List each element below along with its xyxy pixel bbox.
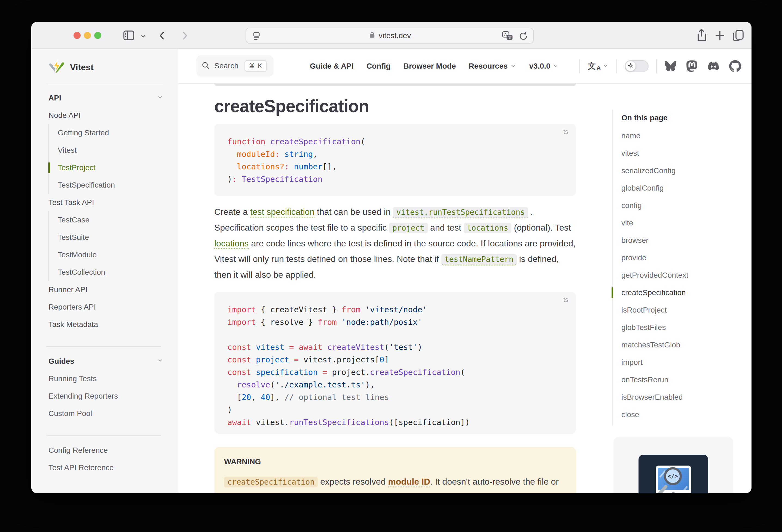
share-icon[interactable] (695, 28, 709, 43)
outline-item-createspecification[interactable]: createSpecification (621, 284, 741, 302)
reload-icon[interactable] (518, 31, 529, 43)
outline-item-vite[interactable]: vite (621, 214, 741, 232)
sidebar-chevron-icon[interactable] (140, 33, 147, 40)
sponsor-image: </> (639, 455, 708, 493)
sidebar-item-testproject[interactable]: TestProject (58, 159, 164, 176)
github-icon[interactable] (729, 60, 741, 72)
back-button-icon[interactable] (156, 29, 169, 42)
language-menu[interactable]: 文A (588, 61, 609, 72)
forward-button-icon (178, 29, 191, 42)
chevron-down-icon (553, 62, 559, 71)
outline-item-name[interactable]: name (621, 127, 741, 145)
outline-item-globtestfiles[interactable]: globTestFiles (621, 319, 741, 336)
code-block-signature[interactable]: ts function createSpecification( moduleI… (214, 124, 576, 196)
outline-item-serializedconfig[interactable]: serializedConfig (621, 162, 741, 179)
previous-code-block-edge (214, 83, 576, 86)
site-title[interactable]: Vitest (70, 62, 94, 72)
outline-divider (612, 110, 613, 426)
sidebar-item-runner-api[interactable]: Runner API (48, 281, 164, 298)
bluesky-icon[interactable] (664, 61, 677, 72)
outline-item-globalconfig[interactable]: globalConfig (621, 179, 741, 197)
search-button[interactable]: Search ⌘ K (196, 55, 274, 76)
sun-icon (627, 62, 634, 70)
inline-code-link[interactable]: testNamePattern (441, 254, 517, 265)
discord-icon[interactable] (707, 61, 720, 72)
translate-icon[interactable]: A 文 (502, 31, 513, 43)
nav-link-guide-api[interactable]: Guide & API (310, 62, 354, 71)
sidebar-group: TestCaseTestSuiteTestModuleTestCollectio… (48, 211, 164, 281)
sidebar-item-test-task-api[interactable]: Test Task API (48, 194, 164, 211)
sidebar-item-config-reference[interactable]: Config Reference (48, 441, 164, 459)
outline-item-import[interactable]: import (621, 354, 741, 371)
address-bar[interactable]: vitest.dev A 文 (246, 28, 534, 43)
outline-item-close[interactable]: close (621, 406, 741, 423)
text-run: (optional). Test (511, 223, 571, 233)
search-shortcut-kbd: ⌘ K (245, 60, 267, 72)
sidebar-item-test-api-reference[interactable]: Test API Reference (48, 459, 164, 476)
vitest-logo[interactable]: Vitest (48, 59, 94, 76)
outline-item-browser[interactable]: browser (621, 232, 741, 249)
outline-item-config[interactable]: config (621, 197, 741, 214)
sponsor-card[interactable]: </> (613, 437, 733, 493)
theme-toggle[interactable] (625, 60, 648, 72)
sidebar-item-running-tests[interactable]: Running Tests (48, 370, 164, 387)
translate-icon-a: A (596, 65, 601, 72)
sidebar-item-task-metadata[interactable]: Task Metadata (48, 316, 164, 333)
browser-toolbar: vitest.dev A 文 (31, 22, 751, 49)
inline-code: locations (464, 223, 511, 233)
nav-link-browser-mode[interactable]: Browser Mode (403, 62, 456, 71)
tab-overview-icon[interactable] (731, 28, 745, 42)
outline-item-getprovidedcontext[interactable]: getProvidedContext (621, 267, 741, 284)
text-run: Create a (214, 207, 250, 217)
mastodon-icon[interactable] (686, 60, 698, 72)
outline-item-ontestsrerun[interactable]: onTestsRerun (621, 371, 741, 389)
lock-icon (368, 31, 376, 41)
nav-link-v3-0-0[interactable]: v3.0.0 (529, 61, 559, 71)
outline-item-provide[interactable]: provide (621, 249, 741, 267)
outline-item-vitest[interactable]: vitest (621, 145, 741, 162)
new-tab-icon[interactable] (713, 29, 726, 42)
code-block-example[interactable]: ts import { createVitest } from 'vitest/… (214, 292, 576, 434)
outline-items: namevitestserializedConfigglobalConfigco… (621, 127, 741, 423)
close-window-button[interactable] (73, 32, 81, 39)
chevron-down-icon (157, 94, 164, 102)
sidebar-item-custom-pool[interactable]: Custom Pool (48, 405, 164, 422)
site-navbar: Search ⌘ K Guide & APIConfigBrowser Mode… (178, 49, 751, 83)
outline-item-isbrowserenabled[interactable]: isBrowserEnabled (621, 389, 741, 406)
sidebar-item-testcase[interactable]: TestCase (58, 211, 164, 229)
code-lang-badge: ts (563, 128, 568, 136)
inline-link[interactable]: module ID (388, 477, 430, 487)
nav-link-resources[interactable]: Resources (469, 61, 516, 71)
doc-sidebar: Vitest APINode APIGetting StartedVitestT… (31, 49, 178, 493)
outline-item-matchestestglob[interactable]: matchesTestGlob (621, 336, 741, 354)
code-example: import { createVitest } from 'vitest/nod… (214, 292, 576, 429)
nav-links: Guide & APIConfigBrowser ModeResourcesv3… (310, 49, 741, 83)
sidebar-item-reporters-api[interactable]: Reporters API (48, 298, 164, 316)
inline-link[interactable]: test specification (250, 207, 315, 217)
sidebar-group: Getting StartedVitestTestProjectTestSpec… (48, 124, 164, 194)
text-run: and test (428, 223, 464, 233)
nav-link-config[interactable]: Config (366, 62, 391, 71)
sidebar-item-node-api[interactable]: Node API (48, 107, 164, 124)
zoom-window-button[interactable] (94, 32, 101, 39)
warning-title: WARNING (224, 457, 566, 466)
sidebar-item-extending-reporters[interactable]: Extending Reporters (48, 387, 164, 405)
sidebar-item-testmodule[interactable]: TestModule (58, 246, 164, 263)
sidebar-section-api[interactable]: API (48, 89, 164, 107)
sidebar-section-guides[interactable]: Guides (48, 353, 164, 370)
sidebar-item-vitest[interactable]: Vitest (58, 142, 164, 159)
url-text[interactable]: vitest.dev (379, 31, 411, 40)
sidebar-item-testsuite[interactable]: TestSuite (58, 229, 164, 246)
inline-code-link[interactable]: vitest.runTestSpecifications (393, 207, 528, 218)
sidebar-divider (46, 435, 161, 436)
chevron-down-icon (602, 62, 609, 70)
sidebar-item-getting-started[interactable]: Getting Started (58, 124, 164, 142)
sidebar-item-testspecification[interactable]: TestSpecification (58, 176, 164, 194)
page-title: createSpecification (214, 96, 369, 116)
minimize-window-button[interactable] (84, 32, 91, 39)
sidebar-item-testcollection[interactable]: TestCollection (58, 263, 164, 281)
outline-item-isrootproject[interactable]: isRootProject (621, 302, 741, 319)
inline-link[interactable]: locations (214, 239, 249, 249)
sidebar-toggle-icon[interactable] (122, 28, 136, 42)
outline-active-marker (611, 287, 613, 298)
